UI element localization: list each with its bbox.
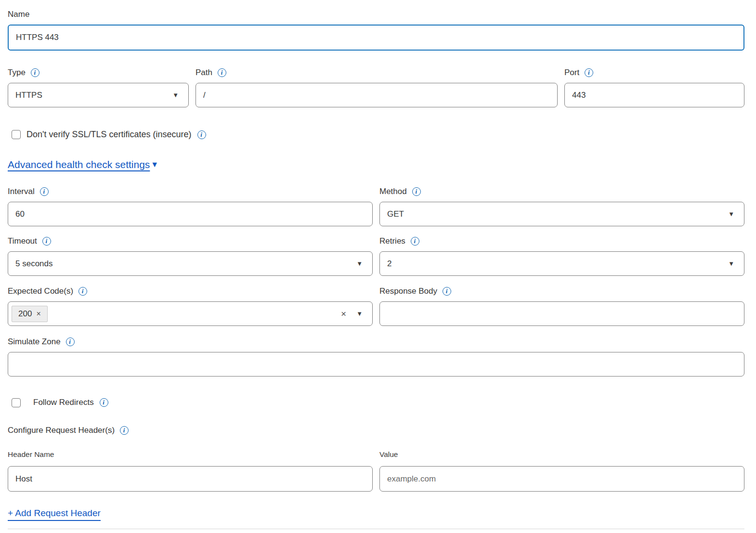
timeout-info-icon[interactable]: i	[42, 237, 51, 246]
timeout-select-value: 5 seconds	[15, 259, 356, 269]
ssl-verify-row: Don't verify SSL/TLS certificates (insec…	[12, 130, 744, 140]
path-input[interactable]	[196, 83, 558, 107]
type-select[interactable]: HTTPS ▼	[8, 83, 189, 107]
expected-codes-label: Expected Code(s) i	[8, 286, 373, 297]
caret-down-icon: ▼	[151, 160, 158, 169]
ssl-verify-label: Don't verify SSL/TLS certificates (insec…	[26, 130, 206, 140]
follow-redirects-row: Follow Redirects i	[12, 398, 744, 407]
name-field: Name	[8, 9, 744, 51]
path-field: Path i	[196, 67, 558, 107]
response-body-label-text: Response Body	[379, 286, 437, 297]
header-row: Header Name Value	[8, 449, 744, 492]
header-name-field: Header Name	[8, 449, 373, 492]
interval-info-icon[interactable]: i	[40, 187, 49, 196]
section-divider	[8, 529, 744, 529]
type-info-icon[interactable]: i	[31, 68, 39, 77]
interval-input[interactable]	[8, 202, 373, 226]
interval-method-row: Interval i Method i GET ▼	[8, 186, 744, 226]
request-headers-title: Configure Request Header(s) i	[8, 425, 744, 436]
ssl-verify-label-text: Don't verify SSL/TLS certificates (insec…	[26, 130, 192, 140]
tag-remove-icon[interactable]: ×	[36, 310, 40, 318]
request-headers-info-icon[interactable]: i	[120, 426, 129, 435]
retries-field: Retries i 2 ▼	[379, 235, 744, 276]
header-name-input[interactable]	[8, 466, 373, 492]
follow-redirects-info-icon[interactable]: i	[100, 398, 108, 407]
path-label: Path i	[196, 67, 558, 78]
simulate-zone-label: Simulate Zone i	[8, 336, 744, 348]
simulate-zone-label-text: Simulate Zone	[8, 336, 61, 348]
interval-label-text: Interval	[8, 186, 35, 197]
header-value-label: Value	[379, 449, 744, 460]
type-field: Type i HTTPS ▼	[8, 67, 189, 107]
type-select-value: HTTPS	[15, 91, 172, 100]
chevron-down-icon: ▼	[356, 260, 363, 267]
follow-redirects-label-text: Follow Redirects	[33, 398, 94, 407]
simulate-zone-field: Simulate Zone i	[8, 336, 744, 377]
interval-label: Interval i	[8, 186, 373, 197]
port-info-icon[interactable]: i	[585, 68, 593, 77]
chevron-down-icon: ▼	[728, 211, 734, 217]
response-body-label: Response Body i	[379, 286, 744, 297]
interval-field: Interval i	[8, 186, 373, 226]
method-label: Method i	[379, 186, 744, 197]
simulate-zone-input[interactable]	[8, 352, 744, 377]
code-tag-text: 200	[18, 309, 32, 319]
path-label-text: Path	[196, 67, 212, 78]
timeout-label-text: Timeout	[8, 235, 37, 247]
response-body-info-icon[interactable]: i	[443, 287, 451, 296]
expected-codes-field: Expected Code(s) i 200 × × ▼	[8, 286, 373, 326]
type-path-port-row: Type i HTTPS ▼ Path i Port i	[8, 67, 744, 107]
name-input[interactable]	[8, 25, 744, 51]
method-select[interactable]: GET ▼	[379, 202, 744, 226]
name-label: Name	[8, 9, 744, 20]
retries-label: Retries i	[379, 235, 744, 247]
header-value-input[interactable]	[379, 466, 744, 492]
expected-codes-label-text: Expected Code(s)	[8, 286, 73, 297]
method-info-icon[interactable]: i	[412, 187, 421, 196]
port-field: Port i	[564, 67, 744, 107]
add-request-header-link[interactable]: + Add Request Header	[8, 508, 101, 521]
code-tag: 200 ×	[12, 306, 48, 322]
chevron-down-icon: ▼	[172, 92, 179, 98]
ssl-verify-info-icon[interactable]: i	[197, 130, 206, 139]
timeout-retries-row: Timeout i 5 seconds ▼ Retries i 2 ▼	[8, 235, 744, 276]
advanced-settings-link[interactable]: Advanced health check settings ▼	[8, 159, 158, 170]
add-request-header-link-text: + Add Request Header	[8, 508, 101, 521]
ssl-verify-checkbox[interactable]	[12, 130, 21, 139]
port-label: Port i	[564, 67, 744, 78]
retries-info-icon[interactable]: i	[411, 237, 419, 246]
expected-codes-multiselect[interactable]: 200 × × ▼	[8, 301, 373, 326]
timeout-label: Timeout i	[8, 235, 373, 247]
response-body-input[interactable]	[379, 301, 744, 326]
request-headers-section: Configure Request Header(s) i Header Nam…	[8, 425, 744, 521]
response-body-field: Response Body i	[379, 286, 744, 326]
timeout-select[interactable]: 5 seconds ▼	[8, 251, 373, 276]
retries-select-value: 2	[387, 259, 728, 269]
clear-all-icon[interactable]: ×	[341, 309, 346, 318]
advanced-settings-link-text: Advanced health check settings	[8, 159, 150, 170]
chevron-down-icon: ▼	[356, 311, 363, 317]
port-label-text: Port	[564, 67, 579, 78]
follow-redirects-label: Follow Redirects i	[33, 398, 108, 407]
path-info-icon[interactable]: i	[218, 68, 226, 77]
timeout-field: Timeout i 5 seconds ▼	[8, 235, 373, 276]
port-input[interactable]	[564, 83, 744, 107]
header-value-field: Value	[379, 449, 744, 492]
request-headers-title-text: Configure Request Header(s)	[8, 425, 115, 436]
codes-body-row: Expected Code(s) i 200 × × ▼ Response Bo…	[8, 286, 744, 326]
header-name-label: Header Name	[8, 449, 373, 460]
type-label-text: Type	[8, 67, 26, 78]
method-select-value: GET	[387, 209, 728, 219]
method-field: Method i GET ▼	[379, 186, 744, 226]
retries-select[interactable]: 2 ▼	[379, 251, 744, 276]
retries-label-text: Retries	[379, 235, 405, 247]
name-label-text: Name	[8, 9, 29, 20]
follow-redirects-checkbox[interactable]	[12, 398, 21, 407]
expected-codes-info-icon[interactable]: i	[78, 287, 87, 296]
simulate-zone-info-icon[interactable]: i	[66, 338, 75, 346]
method-label-text: Method	[379, 186, 407, 197]
chevron-down-icon: ▼	[728, 260, 734, 267]
type-label: Type i	[8, 67, 189, 78]
